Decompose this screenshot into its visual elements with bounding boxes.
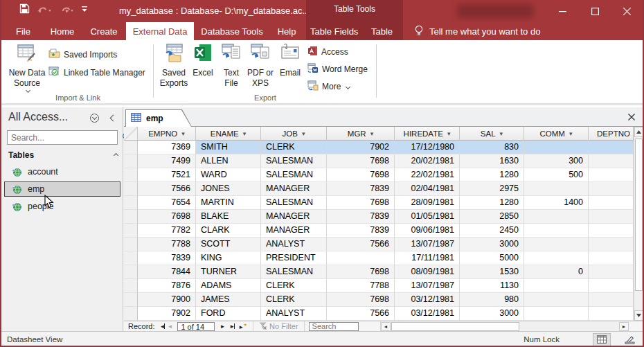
column-dropdown-icon[interactable]: ▾ xyxy=(569,130,573,137)
cell-mgr[interactable]: 7902 xyxy=(327,141,395,154)
cell-ename[interactable]: FORD xyxy=(196,307,261,321)
column-dropdown-icon[interactable]: ▾ xyxy=(447,130,451,137)
record-selector[interactable] xyxy=(124,210,138,224)
column-header-comm[interactable]: COMM▾ xyxy=(524,127,589,141)
scroll-up-icon[interactable] xyxy=(634,127,643,137)
cell-job[interactable]: CLERK xyxy=(261,293,327,307)
previous-record-button[interactable]: ◄ xyxy=(165,323,175,330)
cell-empno[interactable]: 7876 xyxy=(138,279,196,293)
cell-sal[interactable]: 2450 xyxy=(460,224,524,238)
record-selector[interactable] xyxy=(124,224,138,238)
cell-hiredate[interactable]: 28/09/1981 xyxy=(395,196,460,210)
cell-empno[interactable]: 7839 xyxy=(138,251,196,265)
cell-mgr[interactable]: 7698 xyxy=(327,265,395,279)
cell-mgr[interactable] xyxy=(327,251,395,265)
cell-deptno[interactable] xyxy=(589,293,634,307)
cell-comm[interactable] xyxy=(524,307,589,321)
record-selector[interactable] xyxy=(124,265,138,279)
pdf-or-xps-button[interactable]: PDF or XPS xyxy=(245,43,276,89)
cell-empno[interactable]: 7499 xyxy=(138,154,196,168)
cell-comm[interactable] xyxy=(524,251,589,265)
save-icon[interactable] xyxy=(19,3,30,14)
cell-job[interactable]: PRESIDENT xyxy=(261,251,327,265)
tab-external-data[interactable]: External Data xyxy=(126,22,194,40)
record-selector[interactable] xyxy=(124,251,138,265)
column-header-job[interactable]: JOB▾ xyxy=(261,127,327,141)
record-selector[interactable] xyxy=(124,168,138,182)
cell-hiredate[interactable]: 09/06/1981 xyxy=(395,224,460,238)
column-header-mgr[interactable]: MGR▾ xyxy=(327,127,395,141)
column-dropdown-icon[interactable]: ▾ xyxy=(243,130,247,137)
cell-comm[interactable] xyxy=(524,238,589,251)
cell-hiredate[interactable]: 03/12/1981 xyxy=(395,293,460,307)
record-selector[interactable] xyxy=(124,238,138,251)
cell-sal[interactable]: 830 xyxy=(460,141,524,154)
cell-comm[interactable] xyxy=(524,279,589,293)
cell-sal[interactable]: 1530 xyxy=(460,265,524,279)
cell-mgr[interactable]: 7566 xyxy=(327,307,395,321)
no-filter-button[interactable]: No Filter xyxy=(253,321,305,332)
cell-job[interactable]: CLERK xyxy=(261,141,327,154)
text-file-button[interactable]: Text File xyxy=(219,43,244,89)
cell-job[interactable]: CLERK xyxy=(261,279,327,293)
cell-mgr[interactable]: 7839 xyxy=(327,224,395,238)
tab-database-tools[interactable]: Database Tools xyxy=(195,22,269,40)
cell-ename[interactable]: SMITH xyxy=(196,141,261,154)
redo-icon[interactable] xyxy=(59,4,74,14)
cell-sal[interactable]: 5000 xyxy=(460,251,524,265)
cell-mgr[interactable]: 7698 xyxy=(327,154,395,168)
cell-empno[interactable]: 7900 xyxy=(138,293,196,307)
cell-job[interactable]: SALESMAN xyxy=(261,154,327,168)
account-name-blurred[interactable] xyxy=(457,4,533,18)
sidebar-item-people[interactable]: people xyxy=(4,199,120,214)
current-record-box[interactable]: 1 of 14 xyxy=(177,322,215,331)
cell-deptno[interactable] xyxy=(589,307,634,321)
column-dropdown-icon[interactable]: ▾ xyxy=(181,130,185,137)
last-record-button[interactable]: ► xyxy=(227,323,237,330)
cell-empno[interactable]: 7902 xyxy=(138,307,196,321)
cell-deptno[interactable] xyxy=(589,196,634,210)
next-record-button[interactable]: ► xyxy=(217,323,227,330)
word-merge-button[interactable]: Word Merge xyxy=(307,63,368,75)
cell-hiredate[interactable]: 03/12/1981 xyxy=(395,307,460,321)
design-view-button[interactable] xyxy=(620,333,638,346)
record-selector[interactable] xyxy=(124,154,138,168)
cell-empno[interactable]: 7566 xyxy=(138,182,196,196)
tab-file[interactable]: File xyxy=(7,22,39,40)
cell-mgr[interactable]: 7566 xyxy=(327,238,395,251)
cell-hiredate[interactable]: 02/04/1981 xyxy=(395,182,460,196)
cell-ename[interactable]: SCOTT xyxy=(196,238,261,251)
saved-exports-button[interactable]: Saved Exports xyxy=(158,43,190,89)
close-button[interactable] xyxy=(611,0,643,22)
cell-comm[interactable] xyxy=(524,224,589,238)
cell-sal[interactable]: 1130 xyxy=(460,279,524,293)
cell-mgr[interactable]: 7788 xyxy=(327,279,395,293)
shutter-bar-close-icon[interactable] xyxy=(110,115,117,122)
select-all-corner[interactable] xyxy=(124,127,138,141)
record-selector[interactable] xyxy=(124,196,138,210)
record-selector[interactable] xyxy=(124,182,138,196)
excel-button[interactable]: Excel xyxy=(190,43,216,78)
cell-hiredate[interactable]: 17/11/1981 xyxy=(395,251,460,265)
cell-deptno[interactable] xyxy=(589,224,634,238)
cell-job[interactable]: ANALYST xyxy=(261,238,327,251)
column-header-deptno[interactable]: DEPTNO xyxy=(589,127,634,141)
cell-sal[interactable]: 1280 xyxy=(460,168,524,182)
cell-ename[interactable]: WARD xyxy=(196,168,261,182)
cell-empno[interactable]: 7844 xyxy=(138,265,196,279)
cell-comm[interactable]: 0 xyxy=(524,265,589,279)
horizontal-scroll-thumb[interactable] xyxy=(391,322,519,331)
cell-job[interactable]: SALESMAN xyxy=(261,265,327,279)
cell-comm[interactable] xyxy=(524,182,589,196)
cell-hiredate[interactable]: 08/09/1981 xyxy=(395,265,460,279)
cell-job[interactable]: SALESMAN xyxy=(261,168,327,182)
scroll-down-icon[interactable] xyxy=(634,310,643,321)
cell-empno[interactable]: 7788 xyxy=(138,238,196,251)
scroll-right-icon[interactable]: ► xyxy=(619,322,629,331)
cell-deptno[interactable] xyxy=(589,141,634,154)
cell-job[interactable]: MANAGER xyxy=(261,224,327,238)
tables-group-header[interactable]: Tables xyxy=(8,150,118,160)
nav-search-input[interactable] xyxy=(8,133,122,143)
cell-comm[interactable] xyxy=(524,141,589,154)
undo-icon[interactable] xyxy=(37,4,52,14)
